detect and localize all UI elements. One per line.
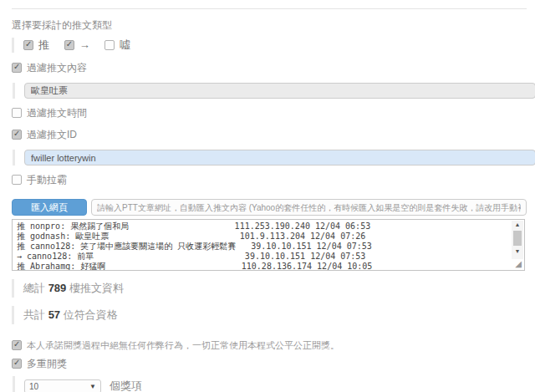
filter-id-indent: [13, 150, 527, 165]
prize-count-select[interactable]: 10 ▼: [24, 379, 101, 392]
prize-unit-label: 個獎項: [110, 379, 142, 392]
push-type-option-push[interactable]: 推: [23, 38, 49, 51]
filter-time-label: 過濾推文時間: [27, 107, 87, 119]
filter-content-indent: [13, 83, 527, 99]
qualified-count: 57: [48, 308, 60, 321]
arrow-checkbox[interactable]: [64, 40, 74, 50]
total-count: 789: [48, 282, 67, 294]
filter-id-row[interactable]: 過濾推文ID: [12, 128, 527, 142]
chevron-down-icon: ▼: [89, 383, 96, 390]
qualified-stat: 共計 57 位符合資格: [12, 306, 527, 324]
push-type-section-label: 選擇要採計的推文類型: [12, 18, 527, 33]
boo-checkbox[interactable]: [104, 40, 115, 50]
fairness-pledge-label: 本人承諾開獎過程中絕無任何作弊行為，一切正常使用本程式公平公正開獎。: [27, 340, 339, 350]
prize-count-row: 10 ▼ 個獎項: [24, 376, 527, 392]
scrollbar-thumb[interactable]: [513, 231, 522, 246]
prize-count-value: 10: [29, 382, 38, 391]
filter-id-label: 過濾推文ID: [27, 129, 77, 140]
raffle-tool-page: 選擇要採計的推文類型 推 → 噓 過濾推文內容 過濾推文時間 過濾推文ID 手動…: [0, 0, 535, 392]
manual-slot-label: 手動拉霸: [27, 174, 67, 186]
textarea-scrollbar[interactable]: ▲ ▼: [512, 221, 523, 259]
scroll-up-icon[interactable]: ▲: [512, 221, 523, 229]
filter-time-checkbox[interactable]: [12, 108, 22, 118]
push-type-option-arrow[interactable]: →: [64, 38, 90, 51]
prize-options-indent: 10 ▼ 個獎項 此選項可一次開出多位得獎者: [13, 376, 527, 392]
arrow-type-label: →: [79, 38, 90, 51]
total-pushes-stat: 總計 789 樓推文資料: [12, 279, 527, 298]
push-content-textarea[interactable]: 推 nonpro: 果然踢了個和局 111.253.190.240 12/04 …: [12, 219, 525, 271]
push-checkbox[interactable]: [23, 40, 33, 50]
push-content-text: 推 nonpro: 果然踢了個和局 111.253.190.240 12/04 …: [13, 220, 524, 271]
push-type-label: 推: [38, 38, 49, 51]
total-prefix: 總計: [23, 282, 45, 294]
fairness-pledge-checkbox[interactable]: [12, 340, 22, 350]
filter-time-row[interactable]: 過濾推文時間: [12, 106, 527, 120]
manual-slot-row[interactable]: 手動拉霸: [12, 173, 527, 187]
textarea-resize-grip-icon[interactable]: ◢: [513, 259, 523, 269]
push-type-options: 推 → 噓: [12, 38, 527, 53]
push-type-option-boo[interactable]: 噓: [104, 38, 130, 51]
filter-content-label: 過濾推文內容: [27, 62, 87, 74]
total-suffix: 樓推文資料: [69, 282, 124, 294]
manual-slot-checkbox[interactable]: [12, 175, 22, 185]
filter-content-checkbox[interactable]: [12, 63, 22, 73]
qualified-prefix: 共計: [23, 308, 45, 321]
boo-type-label: 噓: [120, 38, 130, 51]
filter-id-input[interactable]: [24, 150, 535, 165]
import-webpage-button[interactable]: 匯入網頁: [12, 199, 87, 216]
article-url-input[interactable]: [91, 199, 527, 216]
top-divider: [12, 8, 527, 9]
import-row: 匯入網頁: [12, 199, 527, 216]
multi-draw-checkbox[interactable]: [12, 359, 22, 369]
fairness-pledge-row[interactable]: 本人承諾開獎過程中絕無任何作弊行為，一切正常使用本程式公平公正開獎。: [12, 339, 527, 352]
qualified-suffix: 位符合資格: [64, 308, 118, 321]
filter-content-row[interactable]: 過濾推文內容: [12, 61, 527, 75]
scroll-down-icon[interactable]: ▼: [512, 247, 523, 256]
multi-draw-row[interactable]: 多重開獎: [12, 357, 527, 371]
filter-content-input[interactable]: [24, 83, 535, 99]
multi-draw-label: 多重開獎: [27, 358, 67, 369]
filter-id-checkbox[interactable]: [12, 130, 22, 140]
